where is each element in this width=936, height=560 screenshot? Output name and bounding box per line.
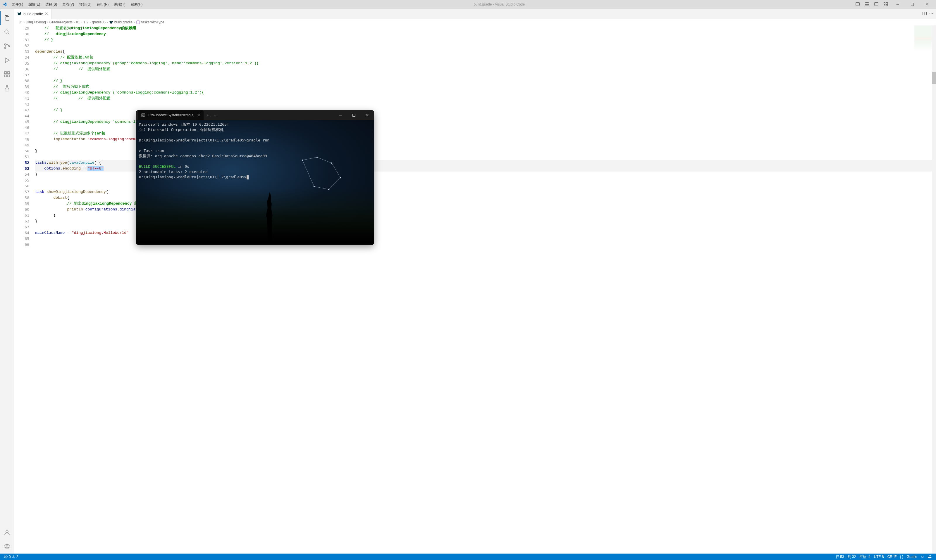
svg-point-21 (6, 530, 8, 532)
breadcrumb-item[interactable]: build.gradle (109, 20, 133, 24)
terminal-cursor (247, 175, 248, 180)
svg-point-15 (8, 46, 9, 47)
breadcrumb-separator: › (47, 20, 48, 24)
vscode-logo-icon (2, 2, 7, 7)
terminal-text: Microsoft Windows [版本 10.0.22621.1265](c… (139, 122, 371, 180)
window-title: build.gradle - Visual Studio Code (145, 2, 854, 6)
gradle-file-icon (109, 20, 113, 24)
activity-source-control[interactable] (0, 39, 14, 53)
menu-item[interactable]: 查看(V) (60, 1, 76, 8)
menu-item[interactable]: 终端(T) (111, 1, 128, 8)
status-notifications-icon[interactable] (926, 555, 934, 559)
code-content[interactable]: // 配置名为dingjiaxiongDependency的依赖组 // din… (34, 25, 936, 554)
breadcrumb-separator: › (23, 20, 25, 24)
error-icon: ⓧ (4, 554, 8, 559)
window-close-button[interactable]: ✕ (920, 0, 934, 9)
svg-point-13 (5, 44, 6, 45)
terminal-maximize-button[interactable] (347, 110, 361, 120)
minimap[interactable] (914, 25, 932, 52)
terminal-dropdown-icon[interactable]: ⌄ (212, 113, 219, 117)
svg-rect-8 (884, 5, 885, 6)
terminal-titlebar: >_ C:\Windows\System32\cmd.e ✕ + ⌄ ─ ✕ (136, 110, 374, 120)
svg-line-33 (314, 186, 329, 189)
cmd-icon: >_ (141, 113, 145, 117)
svg-point-40 (313, 186, 315, 187)
svg-rect-20 (8, 72, 10, 74)
breadcrumb-separator: › (89, 20, 91, 24)
menu-item[interactable]: 运行(R) (94, 1, 111, 8)
layout-toggle-left-icon[interactable] (854, 0, 862, 9)
layout-toggle-bottom-icon[interactable] (863, 0, 871, 9)
menu-item[interactable]: 文件(F) (9, 1, 25, 8)
activity-testing[interactable] (0, 81, 14, 95)
breadcrumb-item[interactable]: 1.2 (83, 20, 88, 24)
svg-point-39 (328, 189, 329, 190)
terminal-new-tab-icon[interactable]: + (204, 112, 212, 118)
breadcrumb-item[interactable]: 01 (76, 20, 80, 24)
svg-rect-18 (5, 75, 6, 77)
svg-rect-25 (137, 21, 140, 24)
breadcrumb-item[interactable]: DingJiaxiong (26, 20, 46, 24)
status-bar: ⓧ0 ⚠2 行 53，列 32 空格: 4 UTF-8 CRLF { } Gra… (0, 554, 936, 560)
status-cursor-position[interactable]: 行 53，列 32 (834, 554, 857, 559)
breadcrumb-separator: › (107, 20, 108, 24)
breadcrumb-item[interactable]: GradleProjects (49, 20, 72, 24)
svg-point-11 (5, 30, 8, 33)
activity-account[interactable] (0, 526, 14, 540)
scrollbar-thumb[interactable] (932, 72, 936, 84)
terminal-tab-close-icon[interactable]: ✕ (197, 113, 200, 117)
terminal-body[interactable]: Microsoft Windows [版本 10.0.22621.1265](c… (136, 120, 374, 245)
status-encoding[interactable]: UTF-8 (872, 555, 886, 559)
breadcrumb-item[interactable]: gradle05 (92, 20, 106, 24)
layout-toggle-right-icon[interactable] (872, 0, 880, 9)
tab-build-gradle[interactable]: build.gradle ✕ (14, 9, 51, 19)
svg-rect-17 (5, 72, 6, 74)
svg-rect-0 (856, 2, 860, 6)
status-problems[interactable]: ⓧ0 ⚠2 (2, 554, 20, 559)
activity-extensions[interactable] (0, 67, 14, 81)
svg-rect-19 (8, 75, 10, 77)
menu-item[interactable]: 选择(S) (43, 1, 59, 8)
activity-bar (0, 9, 14, 554)
symbol-icon (136, 20, 140, 24)
svg-rect-6 (884, 2, 885, 4)
layout-customize-icon[interactable] (882, 0, 890, 9)
svg-rect-9 (886, 5, 888, 6)
status-language[interactable]: { } Gradle (898, 555, 919, 559)
terminal-window[interactable]: >_ C:\Windows\System32\cmd.e ✕ + ⌄ ─ ✕ M… (136, 110, 374, 245)
svg-line-12 (8, 33, 9, 35)
svg-point-22 (6, 546, 8, 548)
activity-explorer[interactable] (0, 11, 14, 25)
more-actions-icon[interactable]: ⋯ (929, 11, 933, 17)
breadcrumb-separator: › (134, 20, 135, 24)
terminal-tab-title: C:\Windows\System32\cmd.e (148, 113, 194, 117)
tab-close-icon[interactable]: ✕ (45, 11, 48, 16)
terminal-close-button[interactable]: ✕ (361, 110, 374, 120)
activity-run-debug[interactable] (0, 53, 14, 67)
menu-item[interactable]: 编辑(E) (26, 1, 42, 8)
editor-tabs: build.gradle ✕ ⋯ (14, 9, 936, 19)
breadcrumb-item[interactable]: D: (19, 20, 22, 24)
status-indentation[interactable]: 空格: 4 (857, 554, 872, 559)
menu-item[interactable]: 帮助(H) (128, 1, 145, 8)
status-feedback[interactable]: ☺ (919, 555, 926, 559)
split-editor-icon[interactable] (922, 11, 927, 17)
svg-rect-28 (353, 114, 355, 117)
code-editor[interactable]: 2930313233343536373839404142434445464748… (14, 25, 936, 554)
activity-settings[interactable] (0, 540, 14, 554)
menu-item[interactable]: 转到(G) (77, 1, 94, 8)
window-minimize-button[interactable]: ─ (891, 0, 904, 9)
error-count: 0 (9, 555, 11, 559)
window-maximize-button[interactable] (905, 0, 919, 9)
menu-bar: 文件(F)编辑(E)选择(S)查看(V)转到(G)运行(R)终端(T)帮助(H) (9, 1, 145, 8)
terminal-tab[interactable]: >_ C:\Windows\System32\cmd.e ✕ (138, 110, 204, 120)
svg-rect-4 (874, 2, 878, 6)
breadcrumb-item[interactable]: tasks.withType (136, 20, 164, 24)
vertical-scrollbar[interactable] (932, 25, 936, 554)
status-eol[interactable]: CRLF (886, 555, 898, 559)
activity-search[interactable] (0, 25, 14, 39)
line-number-gutter: 2930313233343536373839404142434445464748… (14, 25, 34, 554)
terminal-minimize-button[interactable]: ─ (334, 110, 347, 120)
breadcrumb: D:›DingJiaxiong›GradleProjects›01›1.2›gr… (14, 19, 936, 25)
svg-text:>_: >_ (142, 114, 145, 117)
